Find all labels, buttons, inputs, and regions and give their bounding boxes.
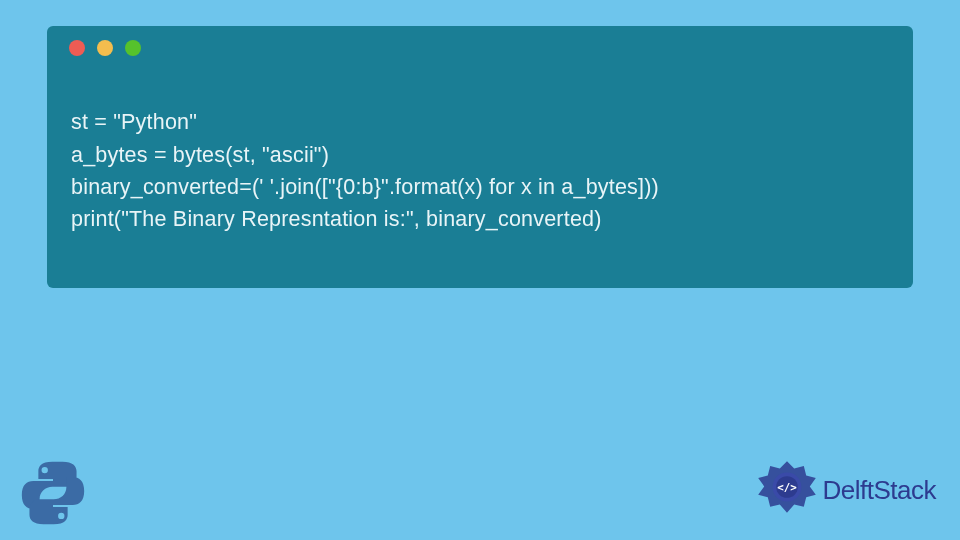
brand-name: DelftStack — [823, 475, 937, 506]
close-icon — [69, 40, 85, 56]
minimize-icon — [97, 40, 113, 56]
code-line: a_bytes = bytes(st, "ascii") — [71, 143, 329, 167]
code-line: binary_converted=(' '.join(["{0:b}".form… — [71, 175, 659, 199]
maximize-icon — [125, 40, 141, 56]
python-logo-icon — [18, 458, 88, 528]
code-block: st = "Python" a_bytes = bytes(st, "ascii… — [65, 74, 895, 268]
delftstack-logo-icon: </> — [757, 460, 817, 520]
delftstack-brand: </> DelftStack — [757, 460, 937, 520]
code-window: st = "Python" a_bytes = bytes(st, "ascii… — [47, 26, 913, 288]
svg-text:</>: </> — [777, 481, 797, 494]
window-controls — [65, 40, 895, 56]
code-line: print("The Binary Represntation is:", bi… — [71, 207, 602, 231]
code-line: st = "Python" — [71, 110, 197, 134]
